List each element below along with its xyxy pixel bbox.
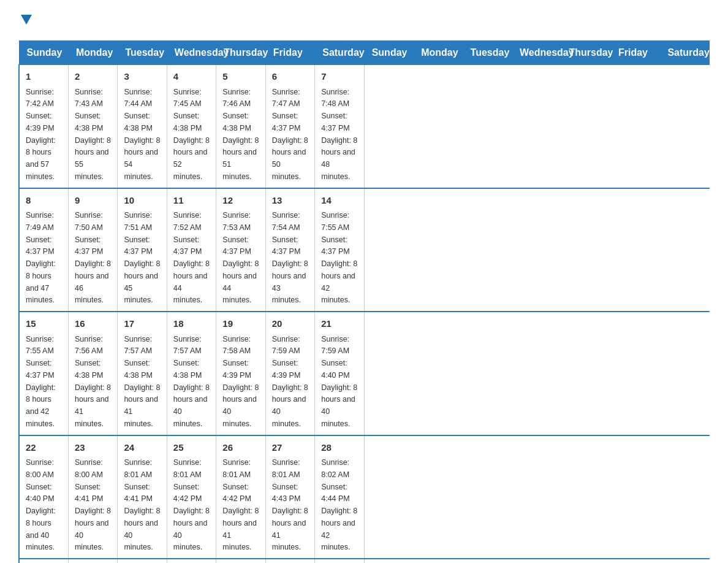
- logo: [18, 12, 33, 28]
- daylight-info: Daylight: 8 hours and 40 minutes.: [222, 383, 259, 428]
- sunrise-info: Sunrise: 8:01 AM: [124, 458, 152, 479]
- calendar-cell: 3 Sunrise: 7:44 AM Sunset: 4:38 PM Dayli…: [118, 65, 167, 188]
- calendar-week-row: 8 Sunrise: 7:49 AM Sunset: 4:37 PM Dayli…: [19, 188, 710, 312]
- page-header: [18, 12, 710, 28]
- daylight-info: Daylight: 8 hours and 40 minutes.: [173, 507, 210, 551]
- sunset-info: Sunset: 4:44 PM: [321, 483, 350, 504]
- day-header-saturday: Saturday: [315, 41, 364, 65]
- sunset-info: Sunset: 4:38 PM: [173, 359, 202, 380]
- calendar-cell: 28 Sunrise: 8:02 AM Sunset: 4:44 PM Dayl…: [315, 435, 364, 559]
- sunset-info: Sunset: 4:37 PM: [272, 236, 301, 256]
- calendar-cell: 18 Sunrise: 7:57 AM Sunset: 4:38 PM Dayl…: [167, 312, 216, 435]
- calendar-cell: 2 Sunrise: 7:43 AM Sunset: 4:38 PM Dayli…: [68, 65, 117, 188]
- sunrise-info: Sunrise: 7:49 AM: [26, 211, 54, 232]
- day-header-monday: Monday: [414, 41, 463, 65]
- calendar-cell: 14 Sunrise: 7:55 AM Sunset: 4:37 PM Dayl…: [315, 188, 364, 312]
- daylight-info: Daylight: 8 hours and 55 minutes.: [75, 136, 111, 181]
- day-number: 12: [222, 194, 259, 208]
- calendar-cell: [265, 559, 314, 563]
- day-number: 16: [75, 317, 111, 331]
- daylight-info: Daylight: 8 hours and 42 minutes.: [321, 259, 357, 304]
- day-number: 18: [173, 317, 210, 331]
- day-header-thursday: Thursday: [216, 41, 265, 65]
- calendar-cell: [167, 559, 216, 563]
- day-number: 27: [272, 441, 308, 455]
- sunrise-info: Sunrise: 7:47 AM: [272, 88, 300, 109]
- sunrise-info: Sunrise: 7:48 AM: [321, 88, 349, 109]
- day-number: 14: [321, 194, 357, 208]
- daylight-info: Daylight: 8 hours and 41 minutes.: [222, 507, 259, 551]
- day-number: 15: [26, 317, 62, 331]
- sunset-info: Sunset: 4:40 PM: [321, 359, 350, 380]
- daylight-info: Daylight: 8 hours and 40 minutes.: [272, 383, 308, 428]
- sunset-info: Sunset: 4:37 PM: [26, 236, 55, 256]
- daylight-info: Daylight: 8 hours and 40 minutes.: [75, 507, 111, 551]
- daylight-info: Daylight: 8 hours and 50 minutes.: [272, 136, 308, 181]
- sunset-info: Sunset: 4:39 PM: [272, 359, 301, 380]
- daylight-info: Daylight: 8 hours and 44 minutes.: [173, 259, 210, 304]
- day-header-friday: Friday: [610, 41, 659, 65]
- day-number: 26: [222, 441, 259, 455]
- daylight-info: Daylight: 8 hours and 43 minutes.: [272, 259, 308, 304]
- daylight-info: Daylight: 8 hours and 47 minutes.: [26, 259, 56, 304]
- daylight-info: Daylight: 8 hours and 41 minutes.: [272, 507, 308, 551]
- day-header-tuesday: Tuesday: [118, 41, 167, 65]
- sunrise-info: Sunrise: 8:00 AM: [75, 458, 103, 479]
- day-number: 13: [272, 194, 308, 208]
- sunset-info: Sunset: 4:37 PM: [222, 236, 251, 256]
- day-number: 19: [222, 317, 259, 331]
- sunset-info: Sunset: 4:41 PM: [124, 483, 153, 504]
- sunset-info: Sunset: 4:37 PM: [272, 112, 301, 132]
- daylight-info: Daylight: 8 hours and 40 minutes.: [173, 383, 210, 428]
- calendar-cell: 29 Sunrise: 8:02 AM Sunset: 4:45 PM Dayl…: [19, 559, 68, 563]
- sunset-info: Sunset: 4:39 PM: [26, 112, 55, 132]
- sunset-info: Sunset: 4:38 PM: [124, 359, 153, 380]
- sunset-info: Sunset: 4:37 PM: [26, 359, 55, 380]
- day-number: 17: [124, 317, 160, 331]
- calendar-cell: 6 Sunrise: 7:47 AM Sunset: 4:37 PM Dayli…: [265, 65, 314, 188]
- daylight-info: Daylight: 8 hours and 41 minutes.: [124, 383, 160, 428]
- calendar-cell: 26 Sunrise: 8:01 AM Sunset: 4:42 PM Dayl…: [216, 435, 265, 559]
- calendar-cell: 1 Sunrise: 7:42 AM Sunset: 4:39 PM Dayli…: [19, 65, 68, 188]
- sunrise-info: Sunrise: 8:02 AM: [321, 458, 349, 479]
- day-number: 6: [272, 70, 308, 84]
- calendar-table: SundayMondayTuesdayWednesdayThursdayFrid…: [18, 40, 710, 563]
- sunset-info: Sunset: 4:43 PM: [272, 483, 301, 504]
- sunrise-info: Sunrise: 7:57 AM: [173, 335, 202, 356]
- calendar-header-row: SundayMondayTuesdayWednesdayThursdayFrid…: [19, 41, 710, 65]
- sunset-info: Sunset: 4:38 PM: [124, 112, 153, 132]
- daylight-info: Daylight: 8 hours and 51 minutes.: [222, 136, 259, 181]
- calendar-cell: [216, 559, 265, 563]
- sunrise-info: Sunrise: 7:44 AM: [124, 88, 152, 109]
- sunrise-info: Sunrise: 7:58 AM: [222, 335, 251, 356]
- daylight-info: Daylight: 8 hours and 40 minutes.: [321, 383, 357, 428]
- calendar-cell: [315, 559, 364, 563]
- calendar-cell: 9 Sunrise: 7:50 AM Sunset: 4:37 PM Dayli…: [68, 188, 117, 312]
- calendar-cell: 23 Sunrise: 8:00 AM Sunset: 4:41 PM Dayl…: [68, 435, 117, 559]
- daylight-info: Daylight: 8 hours and 52 minutes.: [173, 136, 210, 181]
- sunrise-info: Sunrise: 7:59 AM: [321, 335, 349, 356]
- calendar-cell: 13 Sunrise: 7:54 AM Sunset: 4:37 PM Dayl…: [265, 188, 314, 312]
- sunrise-info: Sunrise: 7:46 AM: [222, 88, 251, 109]
- calendar-cell: 20 Sunrise: 7:59 AM Sunset: 4:39 PM Dayl…: [265, 312, 314, 435]
- calendar-cell: 24 Sunrise: 8:01 AM Sunset: 4:41 PM Dayl…: [118, 435, 167, 559]
- sunset-info: Sunset: 4:37 PM: [321, 236, 350, 256]
- sunrise-info: Sunrise: 8:01 AM: [173, 458, 202, 479]
- calendar-cell: 31 Sunrise: 8:02 AM Sunset: 4:46 PM Dayl…: [118, 559, 167, 563]
- daylight-info: Daylight: 8 hours and 42 minutes.: [26, 383, 56, 428]
- day-header-friday: Friday: [265, 41, 314, 65]
- sunrise-info: Sunrise: 7:55 AM: [321, 211, 349, 232]
- daylight-info: Daylight: 8 hours and 46 minutes.: [75, 259, 111, 304]
- calendar-cell: 5 Sunrise: 7:46 AM Sunset: 4:38 PM Dayli…: [216, 65, 265, 188]
- day-number: 8: [26, 194, 62, 208]
- sunset-info: Sunset: 4:37 PM: [321, 112, 350, 132]
- day-number: 22: [26, 441, 62, 455]
- sunrise-info: Sunrise: 8:01 AM: [272, 458, 300, 479]
- svg-marker-0: [21, 15, 32, 25]
- sunrise-info: Sunrise: 7:50 AM: [75, 211, 103, 232]
- sunrise-info: Sunrise: 7:52 AM: [173, 211, 202, 232]
- sunset-info: Sunset: 4:39 PM: [222, 359, 251, 380]
- calendar-cell: 22 Sunrise: 8:00 AM Sunset: 4:40 PM Dayl…: [19, 435, 68, 559]
- daylight-info: Daylight: 8 hours and 44 minutes.: [222, 259, 259, 304]
- day-number: 5: [222, 70, 259, 84]
